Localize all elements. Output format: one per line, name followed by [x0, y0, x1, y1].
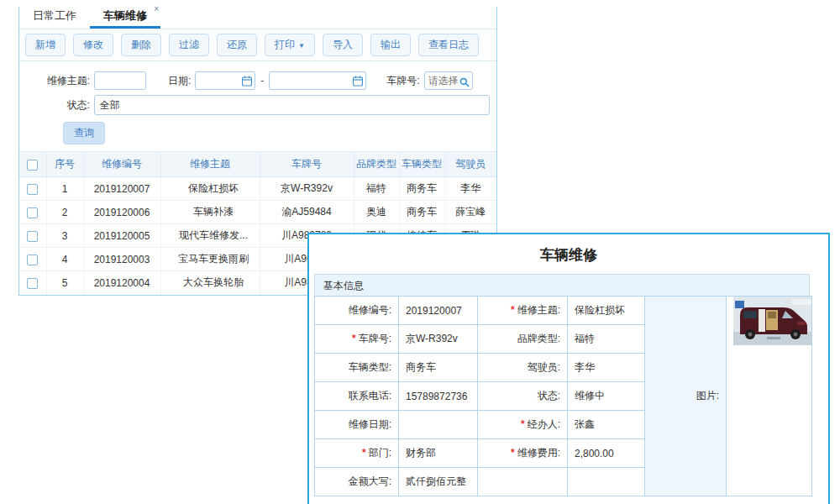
view-log-button[interactable]: 查看日志: [418, 34, 479, 56]
field-label-repair-date: 维修日期:: [315, 411, 399, 439]
field-value-vehicle-type: 商务车: [399, 354, 478, 382]
field-label-driver: 驾驶员:: [478, 354, 568, 382]
image-cell: [727, 297, 812, 496]
edit-button[interactable]: 修改: [73, 34, 113, 56]
col-header-brand: 品牌类型: [354, 152, 399, 177]
field-value-subject: 保险杠损坏: [568, 297, 645, 325]
calendar-icon[interactable]: [353, 75, 363, 90]
col-header-repair-no: 维修编号: [83, 152, 160, 177]
col-header-subject: 维修主题: [160, 152, 260, 177]
tab-vehicle-repair[interactable]: 车辆维修 ×: [90, 4, 160, 29]
required-marker: *: [352, 333, 356, 344]
chevron-down-icon: ▼: [298, 42, 305, 50]
delete-button[interactable]: 删除: [121, 34, 161, 56]
search-icon[interactable]: [459, 76, 470, 91]
field-label-status: 状态:: [478, 382, 568, 411]
tab-daily-work[interactable]: 日常工作: [19, 4, 90, 29]
status-label: 状态:: [26, 98, 90, 113]
calendar-icon[interactable]: [242, 75, 252, 90]
select-all-checkbox[interactable]: [27, 160, 38, 171]
field-label-empty: [478, 468, 568, 496]
field-label-repair-no: 维修编号:: [315, 297, 399, 325]
field-value-driver: 李华: [568, 354, 645, 382]
table-row[interactable]: 1 2019120007 保险杠损坏 京W-R392v 福特 商务车 李华: [19, 177, 496, 201]
status-select[interactable]: 全部: [94, 95, 490, 115]
toolbar: 新增 修改 删除 过滤 还原 打印▼ 导入 输出 查看日志: [19, 29, 496, 61]
query-button[interactable]: 查询: [63, 122, 105, 144]
field-value-handler: 张鑫: [568, 411, 645, 439]
field-value-brand: 福特: [568, 325, 645, 354]
field-value-repair-date: [399, 411, 478, 439]
row-checkbox[interactable]: [27, 207, 38, 218]
row-checkbox[interactable]: [27, 231, 38, 242]
basic-info-group: 基本信息 维修编号: 2019120007 *维修主题: 保险杠损坏 图片:: [314, 274, 810, 496]
restore-button[interactable]: 还原: [217, 34, 257, 56]
import-button[interactable]: 导入: [323, 34, 363, 56]
field-label-phone: 联系电话:: [315, 382, 399, 411]
field-label-cost: *维修费用:: [478, 439, 568, 468]
field-label-vehicle-type: 车辆类型:: [315, 354, 399, 382]
field-value-cost: 2,800.00: [568, 439, 645, 468]
field-value-repair-no: 2019120007: [399, 297, 478, 325]
col-header-type: 车辆类型: [399, 152, 444, 177]
print-button[interactable]: 打印▼: [265, 34, 315, 56]
field-value-status: 维修中: [568, 382, 645, 411]
detail-title: 车辆维修: [309, 234, 828, 274]
required-marker: *: [362, 447, 366, 459]
basic-info-header: 基本信息: [314, 274, 810, 296]
required-marker: *: [511, 447, 515, 459]
detail-form: 维修编号: 2019120007 *维修主题: 保险杠损坏 图片:: [314, 296, 812, 496]
field-value-amount-words: 贰仟捌佰元整: [399, 468, 478, 496]
table-header-row: 序号 维修编号 维修主题 车牌号 品牌类型 车辆类型 驾驶员: [19, 152, 496, 177]
field-label-plate: *车牌号:: [315, 325, 399, 354]
repair-detail-window: 车辆维修 基本信息 维修编号: 2019120007 *维修主题: 保险杠损坏 …: [307, 233, 830, 504]
row-checkbox[interactable]: [27, 184, 38, 195]
field-label-amount-words: 金额大写:: [315, 468, 399, 496]
field-label-department: *部门:: [315, 439, 399, 468]
field-value-plate: 京W-R392v: [399, 325, 478, 354]
col-header-plate: 车牌号: [260, 152, 354, 177]
col-header-seq: 序号: [46, 152, 83, 177]
col-header-driver: 驾驶员: [444, 152, 496, 177]
field-value-empty: [568, 468, 645, 496]
table-row[interactable]: 2 2019120006 车辆补漆 渝AJ59484 奥迪 商务车 薛宝峰: [19, 201, 496, 224]
field-label-handler: *经办人:: [478, 411, 568, 439]
filter-panel: 维修主题: 日期: - 车牌号:: [19, 61, 496, 151]
vehicle-photo: [733, 297, 812, 345]
required-marker: *: [511, 304, 515, 316]
row-checkbox[interactable]: [27, 278, 38, 289]
row-checkbox[interactable]: [27, 255, 38, 265]
date-label: 日期:: [168, 74, 191, 88]
image-label: 图片:: [645, 297, 727, 496]
export-button[interactable]: 输出: [370, 34, 411, 56]
required-marker: *: [521, 418, 525, 430]
close-icon[interactable]: ×: [154, 5, 159, 13]
subject-label: 维修主题:: [26, 74, 90, 88]
date-range-separator: -: [260, 75, 264, 87]
subject-input[interactable]: [94, 71, 146, 90]
plate-label: 车牌号:: [386, 74, 419, 88]
tab-bar: 日常工作 车辆维修 ×: [19, 7, 496, 29]
field-label-subject: *维修主题:: [478, 297, 568, 325]
filter-button[interactable]: 过滤: [169, 34, 209, 56]
add-button[interactable]: 新增: [25, 34, 66, 56]
field-value-phone: 15789872736: [399, 382, 478, 411]
date-to-input[interactable]: [269, 71, 366, 90]
field-value-department: 财务部: [399, 439, 478, 468]
field-label-brand: 品牌类型:: [478, 325, 568, 354]
